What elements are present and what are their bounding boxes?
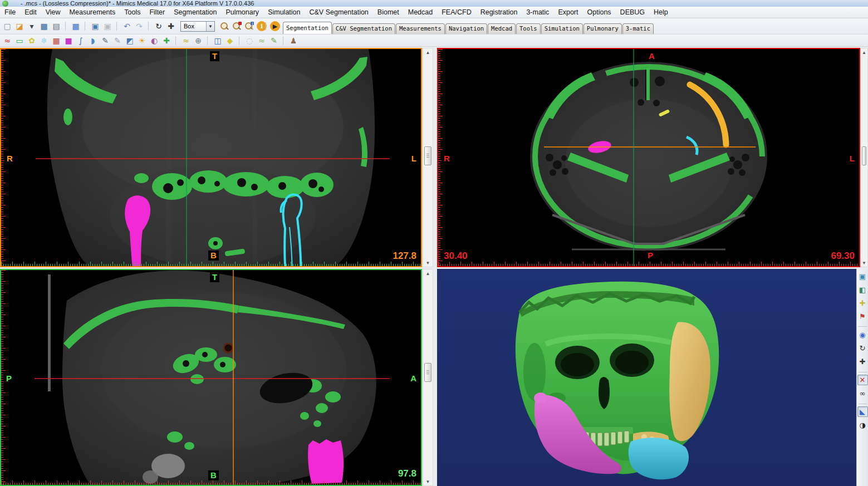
menu-item[interactable]: Edit — [20, 7, 41, 18]
menu-item[interactable]: Measurements — [65, 7, 120, 18]
anatomy-reference-icon[interactable]: ♟ — [287, 35, 300, 46]
rotate-icon[interactable]: ↻ — [153, 21, 165, 32]
scroll-down-arrow[interactable]: ▼ — [423, 259, 433, 267]
menu-item[interactable]: Tools — [120, 7, 145, 18]
thresholding-icon[interactable]: ≈ — [1, 35, 13, 46]
grab-view-icon[interactable]: ◌ — [243, 35, 256, 46]
module-tab[interactable]: Pulmonary — [583, 23, 622, 34]
zoom-selection-icon[interactable] — [231, 21, 243, 32]
redo-icon[interactable]: ↷ — [133, 21, 145, 32]
orientation-flag-icon[interactable]: ⚑ — [857, 311, 868, 322]
menu-item[interactable]: Simulation — [263, 7, 305, 18]
axial-viewport[interactable]: A P R L 30.40 69.30 — [437, 48, 860, 267]
sagittal-viewport[interactable]: T B P A 97.8 — [0, 269, 422, 486]
three-d-viewport[interactable] — [437, 269, 856, 486]
crop-mask-icon[interactable]: ▭ — [13, 35, 26, 46]
pan-icon[interactable]: ✚ — [165, 21, 177, 32]
module-tab[interactable]: Segmentation — [283, 22, 332, 34]
paste-icon[interactable]: ▣ — [101, 21, 114, 32]
move-cross-icon[interactable]: ✚ — [857, 298, 868, 308]
scroll-down-arrow[interactable]: ▼ — [423, 478, 433, 485]
menu-item[interactable]: Registration — [476, 7, 522, 18]
invert-contrast-icon[interactable]: ◑ — [857, 420, 868, 430]
sagittal-condyle-magenta — [308, 439, 344, 484]
menu-item[interactable]: Help — [649, 7, 673, 18]
sagittal-scene — [1, 270, 421, 485]
module-tab[interactable]: C&V Segmentation — [332, 23, 395, 34]
menu-item[interactable]: View — [41, 7, 65, 18]
histogram-icon[interactable]: ◣ — [857, 406, 868, 417]
pan-3d-icon[interactable]: ✚ — [857, 356, 868, 367]
module-tab[interactable]: Tools — [516, 23, 541, 34]
menu-item[interactable]: Pulmonary — [221, 7, 263, 18]
mimics-application-window: - .mcs - (Lossless Compression)* - Mimic… — [0, 0, 868, 486]
module-tab[interactable]: Measurements — [396, 23, 445, 34]
calculate-3d-icon[interactable]: ≈ — [180, 35, 192, 46]
save-icon[interactable]: ▦ — [38, 21, 50, 32]
menu-item[interactable]: Options — [583, 7, 616, 18]
scrollbar-thumb[interactable] — [424, 363, 431, 382]
module-tab[interactable]: Navigation — [445, 23, 487, 34]
module-tab[interactable]: Medcad — [488, 23, 516, 34]
open-dropdown-caret[interactable]: ▾ — [26, 21, 38, 32]
menu-item[interactable]: DEBUG — [616, 7, 649, 18]
context-help-icon[interactable]: ▶ — [270, 21, 280, 31]
sagittal-scrollbar[interactable]: ▲ ▼ — [423, 269, 433, 486]
menu-item[interactable]: Segmentation — [169, 7, 221, 18]
copy-icon[interactable]: ▣ — [89, 21, 101, 32]
axial-scrollbar[interactable]: ▲ ▼ — [860, 48, 868, 267]
title-bar[interactable]: - .mcs - (Lossless Compression)* - Mimic… — [0, 0, 868, 7]
measure-draw-icon[interactable]: ✎ — [268, 35, 280, 46]
tile-views-icon[interactable]: ▦ — [70, 21, 82, 32]
region-growing-icon[interactable]: ✿ — [26, 35, 38, 46]
menu-item[interactable]: Filter — [145, 7, 169, 18]
viewport-layout-icon[interactable]: ▣ — [857, 271, 868, 282]
magnify-icon[interactable] — [218, 21, 231, 32]
edit-mask-3d-icon[interactable]: ◩ — [124, 35, 136, 46]
rotate-3d-icon[interactable]: ↻ — [857, 343, 868, 354]
multiple-slice-edit-icon[interactable]: ◗ — [87, 35, 99, 46]
dynamic-region-growing-icon[interactable]: ❄ — [38, 35, 50, 46]
scrollbar-thumb[interactable] — [424, 146, 431, 165]
menu-item[interactable]: Biomet — [373, 7, 404, 18]
scroll-up-arrow[interactable]: ▲ — [861, 48, 867, 56]
boolean-operations-icon[interactable]: ▦ — [50, 35, 62, 46]
annotate-tag-icon[interactable]: ◆ — [224, 35, 236, 46]
scrollbar-thumb[interactable] — [862, 146, 866, 165]
zoom-box-icon[interactable] — [243, 21, 255, 32]
scroll-up-arrow[interactable]: ▲ — [423, 269, 433, 277]
create-profile-line-icon[interactable]: ⊕ — [192, 35, 204, 46]
menu-item[interactable]: File — [0, 7, 20, 18]
edit-mask-pencil-icon[interactable]: ✎ — [99, 35, 111, 46]
chevron-down-icon[interactable]: ▼ — [206, 22, 214, 31]
smart-fill-icon[interactable]: ☀ — [136, 35, 148, 46]
new-document-icon[interactable]: ▢ — [1, 21, 13, 32]
module-tab[interactable]: Simulation — [541, 23, 583, 34]
coronal-scrollbar[interactable]: ▲ ▼ — [423, 48, 433, 267]
axes-indicator-icon[interactable]: ✕ — [857, 375, 868, 385]
cube-view-icon[interactable]: ◧ — [857, 284, 868, 295]
export-3d-icon[interactable]: ◫ — [212, 35, 224, 46]
axial-scene — [438, 49, 859, 266]
stereo-glasses-icon[interactable]: ∞ — [857, 388, 868, 399]
coronal-viewport[interactable]: T B R L 127.8 — [0, 48, 422, 267]
module-tab[interactable]: 3-matic — [622, 23, 654, 34]
scroll-up-arrow[interactable]: ▲ — [423, 48, 433, 56]
menu-item[interactable]: C&V Segmentation — [305, 7, 373, 18]
calculate-polylines-icon[interactable]: ≈ — [256, 35, 268, 46]
undo-icon[interactable]: ↶ — [121, 21, 133, 32]
crop-resize-icon[interactable]: ✚ — [160, 35, 173, 46]
morphology-operations-icon[interactable]: ∫ — [75, 35, 87, 46]
menu-item[interactable]: 3-matic — [522, 7, 553, 18]
edit-masks-icon[interactable]: ■ — [62, 35, 75, 46]
lasso-edit-icon[interactable]: ✎ — [111, 35, 124, 46]
zoom-mode-dropdown[interactable]: Box ▼ — [180, 21, 215, 32]
open-file-icon[interactable]: ◪ — [13, 21, 26, 32]
scroll-down-arrow[interactable]: ▼ — [861, 259, 867, 267]
print-icon[interactable]: ▤ — [50, 21, 62, 32]
cavity-fill-icon[interactable]: ◐ — [148, 35, 160, 46]
visibility-eye-icon[interactable]: ◉ — [857, 330, 868, 340]
menu-item[interactable]: Medcad — [404, 7, 437, 18]
menu-item[interactable]: FEA/CFD — [437, 7, 475, 18]
menu-item[interactable]: Export — [553, 7, 582, 18]
